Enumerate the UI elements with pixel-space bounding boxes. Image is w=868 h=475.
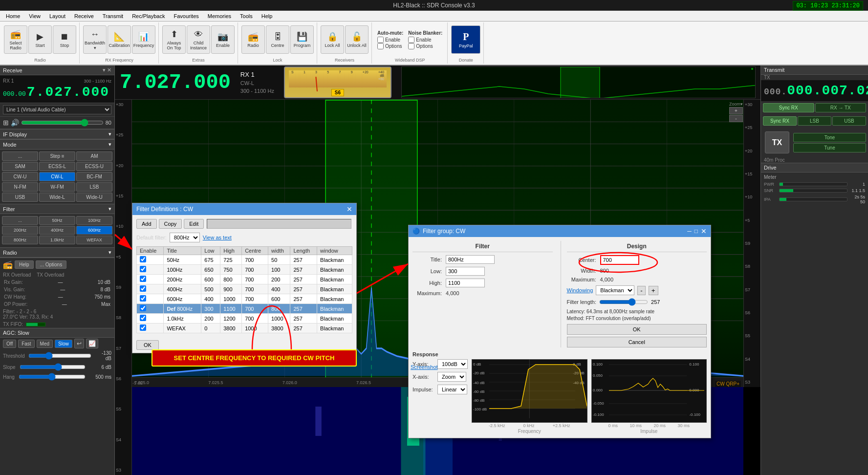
screenshot-button[interactable]: 📷 Enable bbox=[211, 25, 235, 54]
enable-cb[interactable] bbox=[140, 315, 146, 321]
edit-button[interactable]: Edit bbox=[184, 219, 204, 229]
filter-header[interactable]: Filter ▾ bbox=[0, 204, 114, 214]
centre-lock-button[interactable]: 🎛 Centre bbox=[266, 25, 289, 54]
enable-cb[interactable] bbox=[140, 276, 146, 282]
filter-600hz[interactable]: 600Hz bbox=[76, 226, 112, 235]
table-row[interactable]: 600Hz 400 1000 700 600 257 Blackman bbox=[137, 294, 352, 304]
program-lock-button[interactable]: 💾 Program bbox=[290, 25, 314, 54]
filter-200hz[interactable]: 200Hz bbox=[2, 226, 38, 235]
lock-all-button[interactable]: 🔒 Lock All bbox=[321, 25, 344, 54]
menu-memories[interactable]: Memories bbox=[204, 12, 235, 20]
child-instance-button[interactable]: 👁 ChildInstance bbox=[187, 25, 210, 54]
mode-ecssl[interactable]: ECSS-L bbox=[39, 162, 75, 171]
enable-checkbox[interactable] bbox=[377, 37, 384, 43]
radio-section-header[interactable]: Radio ▾ bbox=[0, 247, 114, 258]
select-radio-button[interactable]: 📻 Select Radio bbox=[4, 25, 27, 54]
calibration-button[interactable]: 📐 Calibration bbox=[108, 25, 131, 54]
radio-lock-button[interactable]: 📻 Radio bbox=[241, 25, 265, 54]
table-row[interactable]: WEFAX 0 3800 1000 3800 257 Blackman bbox=[137, 324, 352, 333]
filter-100hz[interactable]: 100Hz bbox=[76, 216, 112, 225]
agc-fast[interactable]: Fast bbox=[18, 340, 34, 348]
windowing-plus[interactable]: + bbox=[649, 286, 658, 295]
enable-cb[interactable] bbox=[140, 285, 146, 292]
tx-big-button[interactable]: TX bbox=[765, 131, 789, 153]
menu-layout[interactable]: Layout bbox=[45, 12, 69, 20]
windowing-minus[interactable]: - bbox=[637, 286, 645, 295]
agc-off[interactable]: Off bbox=[3, 340, 16, 348]
mode-step[interactable]: Step ≡ bbox=[39, 151, 75, 161]
stop-button[interactable]: ⏹ Stop bbox=[53, 25, 76, 54]
unlock-all-button[interactable]: 🔓 Unlock All bbox=[345, 25, 369, 54]
mode-sam[interactable]: SAM bbox=[2, 162, 38, 171]
default-filter-select[interactable]: 800Hz bbox=[170, 233, 200, 242]
mode-am[interactable]: AM bbox=[76, 151, 112, 161]
center-field[interactable] bbox=[600, 255, 639, 265]
menu-home[interactable]: Home bbox=[2, 12, 24, 20]
sync-rx-btn-2[interactable]: Sync RX bbox=[763, 116, 797, 126]
mode-ecssu[interactable]: ECSS-U bbox=[76, 162, 112, 171]
filter-group-close[interactable]: ✕ bbox=[701, 227, 707, 235]
filter-wefax[interactable]: WEFAX bbox=[76, 236, 112, 244]
mode-dots[interactable]: ... bbox=[2, 151, 38, 161]
filter-1khz[interactable]: 1.0kHz bbox=[39, 236, 75, 244]
receive-close-btn[interactable]: ▾ ✕ bbox=[103, 67, 111, 73]
tune-btn[interactable]: Tune bbox=[793, 143, 866, 152]
mode-cwl[interactable]: CW-L bbox=[39, 172, 75, 181]
agc-graph-icon[interactable]: 📈 bbox=[86, 339, 98, 348]
agc-med[interactable]: Med bbox=[37, 340, 53, 348]
rx-to-tx-btn[interactable]: RX → TX bbox=[815, 103, 867, 112]
menu-transmit[interactable]: Transmit bbox=[99, 12, 127, 20]
enable-cb[interactable] bbox=[140, 256, 146, 262]
nb-options-checkbox[interactable] bbox=[408, 43, 414, 49]
drive-header[interactable]: Drive bbox=[761, 163, 868, 173]
hang-slider[interactable] bbox=[19, 373, 86, 381]
table-row[interactable]: 100Hz 650 750 700 100 257 Blackman bbox=[137, 265, 352, 275]
menu-receive[interactable]: Receive bbox=[70, 12, 98, 20]
zoom-plus[interactable]: + bbox=[729, 107, 743, 114]
low-field[interactable] bbox=[446, 267, 485, 276]
filter-length-slider[interactable] bbox=[599, 298, 648, 306]
agc-slow[interactable]: Slow bbox=[55, 340, 72, 348]
menu-tools[interactable]: Tools bbox=[236, 12, 257, 20]
mode-usb[interactable]: USB bbox=[2, 193, 38, 202]
copy-button[interactable]: Copy bbox=[159, 219, 182, 229]
mode-cwu[interactable]: CW-U bbox=[2, 172, 38, 181]
yaxis-select[interactable]: 100dB bbox=[437, 359, 468, 369]
help-button[interactable]: Help bbox=[15, 260, 34, 269]
if-display-header[interactable]: IF Display ▾ bbox=[0, 129, 114, 139]
filter-50hz[interactable]: 50Hz bbox=[39, 216, 75, 225]
table-row[interactable]: 200Hz 600 800 700 200 257 Blackman bbox=[137, 275, 352, 284]
filter-group-min[interactable]: ─ bbox=[687, 228, 692, 235]
fg-ok-btn[interactable]: OK bbox=[567, 324, 707, 335]
mode-header[interactable]: Mode ▾ bbox=[0, 139, 114, 150]
paypal-button[interactable]: P PayPal bbox=[451, 25, 480, 54]
add-button[interactable]: Add bbox=[136, 219, 157, 229]
filter-def-close[interactable]: ✕ bbox=[347, 205, 352, 213]
table-row[interactable]: 400Hz 500 900 700 400 257 Blackman bbox=[137, 284, 352, 294]
filter-400hz[interactable]: 400Hz bbox=[39, 226, 75, 235]
mode-bcfm[interactable]: BC-FM bbox=[76, 172, 112, 181]
menu-recplayback[interactable]: Rec/Playback bbox=[128, 12, 169, 20]
windowing-select[interactable]: Blackman bbox=[596, 285, 634, 295]
agc-back-icon[interactable]: ↩ bbox=[74, 339, 84, 348]
always-on-top-button[interactable]: ⬆ AlwaysOn Top bbox=[162, 25, 186, 54]
filter-def-ok[interactable]: OK bbox=[136, 340, 159, 350]
enable-cb[interactable] bbox=[140, 305, 146, 311]
xaxis-select[interactable]: Zoom bbox=[437, 372, 466, 382]
mode-wideu[interactable]: Wide-U bbox=[76, 193, 112, 202]
impulse-select[interactable]: Linear bbox=[437, 385, 467, 394]
options-button[interactable]: ... Options bbox=[36, 260, 67, 269]
table-row[interactable]: 1.0kHz 200 1200 700 1000 257 Blackman bbox=[137, 314, 352, 324]
options-checkbox[interactable] bbox=[377, 43, 384, 49]
filter-800hz[interactable]: 800Hz bbox=[2, 236, 38, 244]
enable-cb[interactable] bbox=[140, 324, 146, 331]
fg-cancel-btn[interactable]: Cancel bbox=[567, 337, 707, 347]
volume-slider[interactable] bbox=[21, 119, 104, 127]
menu-help[interactable]: Help bbox=[258, 12, 277, 20]
usb-btn[interactable]: USB bbox=[832, 116, 866, 126]
tone-btn[interactable]: Tone bbox=[793, 133, 866, 142]
table-row[interactable]: 50Hz 675 725 700 50 257 Blackman bbox=[137, 255, 352, 265]
enable-cb[interactable] bbox=[140, 266, 146, 272]
table-row-selected[interactable]: Def 800Hz 300 1100 700 800 257 Blackman bbox=[137, 304, 352, 314]
menu-view[interactable]: View bbox=[25, 12, 44, 20]
